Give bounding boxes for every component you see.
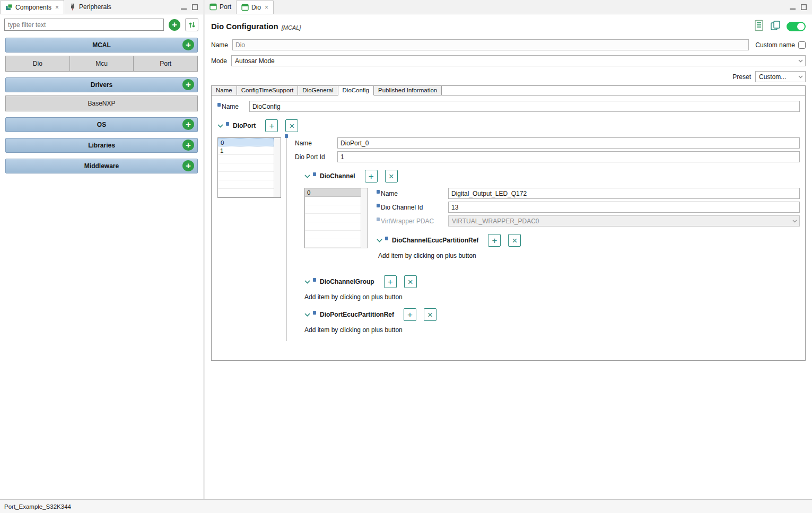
peripherals-icon bbox=[69, 3, 76, 11]
minimize-icon[interactable] bbox=[790, 4, 796, 10]
section-header-middleware[interactable]: Middleware + bbox=[5, 159, 198, 173]
preset-value: Custom... bbox=[759, 73, 795, 81]
config-tab-configtimesupport[interactable]: ConfigTimeSupport bbox=[237, 86, 299, 95]
enable-toggle[interactable] bbox=[787, 22, 806, 31]
dioport-add-button[interactable]: + bbox=[265, 119, 278, 132]
dioport-id-field[interactable] bbox=[337, 151, 800, 162]
maximize-icon[interactable] bbox=[801, 4, 807, 10]
channel-group-add-button[interactable]: + bbox=[384, 275, 397, 288]
collapse-chevron-icon[interactable] bbox=[304, 313, 310, 317]
config-tab-dioconfig[interactable]: DioConfig bbox=[338, 86, 374, 95]
component-sections: MCAL + Dio Mcu Port Drivers + B bbox=[0, 34, 203, 182]
mode-row: Mode Autosar Mode bbox=[211, 55, 806, 66]
scrollbar[interactable] bbox=[274, 138, 281, 197]
list-row-empty bbox=[305, 197, 361, 205]
list-item[interactable]: 1 bbox=[218, 146, 274, 155]
port-ecuc-ref-add-button[interactable]: + bbox=[404, 308, 416, 321]
config-tab-diogeneral[interactable]: DioGeneral bbox=[298, 86, 338, 95]
tab-dio-editor[interactable]: Dio × bbox=[236, 0, 274, 14]
dioconfig-name-label: Name bbox=[222, 103, 249, 110]
info-marker-icon bbox=[217, 103, 221, 107]
diochannel-add-button[interactable]: + bbox=[365, 170, 378, 182]
config-content: Name DioPort + bbox=[212, 95, 805, 360]
project-name: Port_Example_S32K344 bbox=[4, 503, 71, 510]
section-header-drivers[interactable]: Drivers + bbox=[5, 77, 198, 92]
filter-input[interactable] bbox=[4, 19, 164, 31]
list-item[interactable]: 0 bbox=[218, 138, 274, 146]
dioconfig-name-field[interactable] bbox=[249, 101, 800, 112]
info-marker-icon bbox=[313, 172, 317, 177]
scrollbar[interactable] bbox=[361, 188, 368, 248]
dioport-name-label: Name bbox=[295, 140, 337, 147]
channel-ecuc-ref-add-button[interactable]: + bbox=[488, 234, 501, 247]
section-os: OS + bbox=[5, 117, 198, 132]
config-tab-name[interactable]: Name bbox=[212, 86, 237, 95]
components-panel: Components × Peripherals bbox=[0, 0, 205, 499]
mode-select[interactable]: Autosar Mode bbox=[231, 55, 806, 66]
maximize-icon[interactable] bbox=[192, 4, 198, 10]
tab-components[interactable]: Components × bbox=[0, 0, 64, 14]
preset-label: Preset bbox=[732, 73, 751, 81]
component-dio-button[interactable]: Dio bbox=[5, 56, 70, 72]
section-header-mcal[interactable]: MCAL + bbox=[5, 38, 198, 53]
close-icon[interactable]: × bbox=[265, 4, 268, 11]
name-field[interactable] bbox=[232, 39, 749, 50]
dioport-remove-button[interactable]: × bbox=[285, 119, 298, 132]
sort-button[interactable] bbox=[185, 18, 198, 31]
filter-row: + bbox=[0, 14, 203, 34]
list-item[interactable]: 0 bbox=[305, 188, 361, 197]
collapse-chevron-icon[interactable] bbox=[304, 280, 310, 284]
channel-ecuc-ref-remove-button[interactable]: × bbox=[508, 234, 521, 247]
section-label: OS bbox=[97, 121, 106, 128]
list-row-empty bbox=[305, 222, 361, 231]
section-middleware: Middleware + bbox=[5, 159, 198, 173]
collapse-chevron-icon[interactable] bbox=[217, 124, 223, 128]
tab-peripherals[interactable]: Peripherals bbox=[64, 0, 116, 14]
diochannel-name-field[interactable] bbox=[448, 188, 800, 199]
channel-group-remove-button[interactable]: × bbox=[404, 275, 417, 288]
minimize-icon[interactable] bbox=[181, 4, 187, 10]
virtwrapper-label: VirtWrapper PDAC bbox=[381, 218, 448, 225]
dioport-id-row: Dio Port Id bbox=[295, 151, 800, 162]
editor-window-controls bbox=[784, 0, 812, 14]
component-port-button[interactable]: Port bbox=[133, 56, 198, 72]
add-mcal-button[interactable]: + bbox=[182, 39, 194, 50]
custom-name-group: Custom name bbox=[755, 41, 806, 49]
port-ecuc-ref-remove-button[interactable]: × bbox=[424, 308, 436, 321]
info-marker-icon bbox=[226, 122, 230, 126]
component-basenxp-button[interactable]: BaseNXP bbox=[5, 95, 198, 111]
info-marker-icon bbox=[313, 311, 317, 315]
dioport-id-label: Dio Port Id bbox=[295, 153, 337, 161]
add-middleware-button[interactable]: + bbox=[182, 160, 194, 171]
diochannel-remove-button[interactable]: × bbox=[385, 170, 398, 182]
section-header-libraries[interactable]: Libraries + bbox=[5, 138, 198, 153]
dioconfig-name-row: Name bbox=[217, 101, 800, 112]
close-icon[interactable]: × bbox=[55, 4, 59, 11]
section-header-os[interactable]: OS + bbox=[5, 117, 198, 132]
virtwrapper-select[interactable]: VIRTUAL_WRAPPER_PDAC0 bbox=[448, 215, 800, 227]
add-os-button[interactable]: + bbox=[182, 119, 194, 130]
sort-arrows-icon bbox=[188, 21, 196, 29]
add-drivers-button[interactable]: + bbox=[182, 79, 194, 90]
export-document-icon[interactable] bbox=[754, 20, 764, 33]
dioport-name-field[interactable] bbox=[337, 137, 800, 149]
add-libraries-button[interactable]: + bbox=[182, 140, 194, 151]
collapse-chevron-icon[interactable] bbox=[377, 239, 382, 242]
diochannel-id-field[interactable] bbox=[448, 202, 800, 213]
add-component-button[interactable]: + bbox=[169, 19, 180, 31]
diochannel-list-rows: 0 bbox=[305, 188, 361, 248]
collapse-chevron-icon[interactable] bbox=[304, 175, 310, 178]
component-mcu-button[interactable]: Mcu bbox=[69, 56, 134, 72]
copy-icon[interactable] bbox=[770, 20, 781, 32]
config-tab-published-information[interactable]: Published Information bbox=[374, 86, 442, 95]
info-marker-icon bbox=[377, 190, 380, 194]
dioport-detail: Name Dio Port Id bbox=[286, 137, 800, 341]
name-label: Name bbox=[211, 41, 228, 49]
chevron-down-icon bbox=[798, 59, 803, 63]
diochannel-label: DioChannel bbox=[320, 172, 355, 180]
preset-select[interactable]: Custom... bbox=[755, 71, 806, 82]
section-drivers: Drivers + BaseNXP bbox=[5, 77, 198, 111]
tab-port-editor[interactable]: Port bbox=[205, 0, 236, 14]
custom-name-checkbox[interactable] bbox=[798, 41, 806, 49]
dioport-header: DioPort + × bbox=[217, 119, 800, 132]
